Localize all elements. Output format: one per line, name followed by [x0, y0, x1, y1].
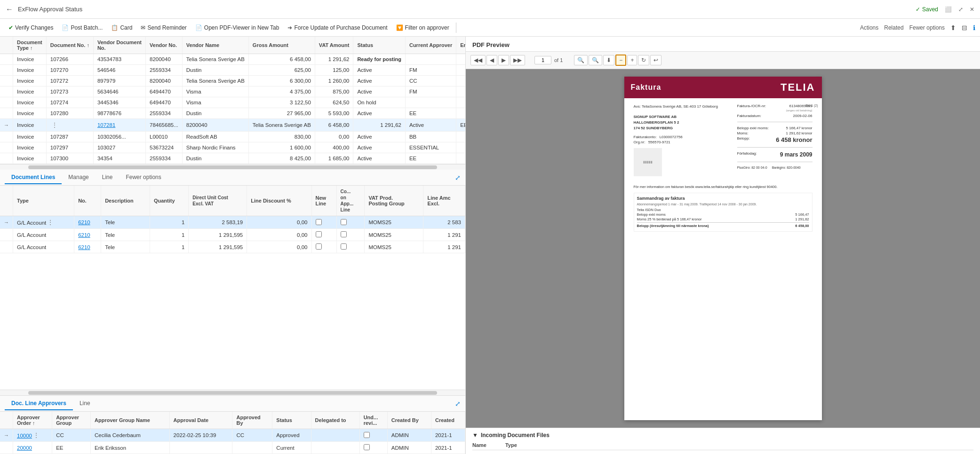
pdf-undo-btn[interactable]: ↩ [650, 55, 661, 65]
info-icon[interactable]: ℹ [973, 24, 975, 31]
col-lines-vatgroup[interactable]: VAT Prod.Posting Group [365, 186, 423, 216]
fewer-options-button[interactable]: Fewer options [909, 24, 945, 31]
expand-icon[interactable]: ⤢ [958, 6, 963, 13]
col-header-doctype-label[interactable]: DocumentType ↑ [13, 37, 47, 54]
app-und[interactable] [359, 429, 387, 442]
line-no-link[interactable]: 6210 [78, 219, 90, 225]
pdf-zoom-in-btn[interactable]: + [627, 55, 637, 65]
open-pdf-button[interactable]: 📄 Open PDF-Viewer in New Tab [191, 23, 283, 33]
invoice-doc-link[interactable]: 107281 [97, 122, 115, 128]
col-app-createdby[interactable]: Created By [387, 412, 431, 429]
col-lines-no[interactable]: No. [74, 186, 101, 216]
doc-lines-expand-icon[interactable]: ⤢ [455, 174, 461, 181]
pdf-page-input[interactable] [534, 56, 551, 64]
app-und-check[interactable] [364, 432, 370, 438]
col-header-docno[interactable]: Document No. ↑ [46, 37, 93, 54]
pdf-last-btn[interactable]: ▶▶ [510, 55, 525, 65]
line-co[interactable] [336, 216, 365, 229]
tab-doc-line-approvers[interactable]: Doc. Line Approvers [5, 397, 73, 410]
tab-line[interactable]: Line [96, 171, 120, 184]
col-app-status[interactable]: Status [272, 412, 311, 429]
col-lines-co[interactable]: Co...onApp...Line [336, 186, 365, 216]
invoice-approver: FM [405, 86, 456, 97]
line-newline-check[interactable] [316, 243, 322, 250]
line-newline[interactable] [311, 241, 336, 253]
pdf-first-btn[interactable]: ◀◀ [470, 55, 486, 65]
line-newline-check[interactable] [316, 231, 322, 237]
col-header-approver[interactable]: Current Approver [405, 37, 456, 54]
app-order-link[interactable]: 20000 [17, 445, 32, 451]
tab-document-lines[interactable]: Document Lines [5, 171, 62, 184]
invoice-vat: 400,00 [315, 142, 353, 153]
pdf-zoom-out-btn[interactable]: − [615, 55, 626, 66]
tab-approvers-line[interactable]: Line [73, 397, 97, 410]
window-icon[interactable]: ✕ [970, 6, 974, 13]
post-batch-button[interactable]: 📄 Post Batch... [58, 23, 106, 33]
col-app-date[interactable]: Approval Date [169, 412, 232, 429]
pdf-search2-btn[interactable]: 🔍 [589, 55, 602, 65]
verify-changes-button[interactable]: ✔ Verify Changes [5, 23, 57, 33]
col-lines-desc[interactable]: Description [101, 186, 150, 216]
line-newline-check[interactable] [316, 219, 322, 225]
line-co-check[interactable] [341, 231, 347, 237]
col-header-vat[interactable]: VAT Amount [315, 37, 353, 54]
approvers-expand-icon[interactable]: ⤢ [455, 400, 461, 407]
incoming-docs-section[interactable]: ▼ Incoming Document Files [466, 428, 980, 442]
col-app-order[interactable]: ApproverOrder ↑ [13, 412, 52, 429]
line-co-check[interactable] [341, 219, 347, 225]
col-lines-type[interactable]: Type [13, 186, 74, 216]
app-created: 2021-1 [431, 442, 465, 454]
pdf-download-btn[interactable]: ⬇ [603, 55, 614, 65]
col-lines-newline[interactable]: NewLine [311, 186, 336, 216]
app-und[interactable] [359, 442, 387, 454]
col-header-vendorname[interactable]: Vendor Name [182, 37, 248, 54]
app-dot-menu[interactable]: ⋮ [32, 431, 40, 439]
related-button[interactable]: Related [884, 24, 903, 31]
main-table-hscroll[interactable] [0, 164, 465, 170]
line-no-link[interactable]: 6210 [78, 232, 90, 238]
col-header-error[interactable]: Error Mess [456, 37, 465, 54]
col-header-vendorno[interactable]: Vendor No. [146, 37, 183, 54]
line-newline[interactable] [311, 229, 336, 241]
app-und-check[interactable] [364, 444, 370, 450]
line-newline[interactable] [311, 216, 336, 229]
pdf-search-btn[interactable]: 🔍 [574, 55, 588, 65]
col-app-created[interactable]: Created [431, 412, 465, 429]
col-app-und[interactable]: Und...revi... [359, 412, 387, 429]
invoice-doc-no: 107273 [46, 86, 93, 97]
tablet-icon[interactable]: ⬜ [945, 6, 952, 13]
tab-manage[interactable]: Manage [62, 171, 95, 184]
col-header-status[interactable]: Status [353, 37, 406, 54]
line-dot-menu[interactable]: ⋮ [46, 219, 55, 226]
filter-approver-button[interactable]: 🔽 Filter on approver [392, 23, 453, 33]
app-order-link[interactable]: 10000 [17, 433, 32, 438]
force-update-button[interactable]: ➜ Force Update of Purchase Document [284, 23, 391, 33]
line-no-link[interactable]: 6210 [78, 244, 90, 250]
col-app-delegated[interactable]: Delegated to [311, 412, 359, 429]
line-co[interactable] [336, 241, 365, 253]
pdf-next-btn[interactable]: ▶ [498, 55, 509, 65]
col-lines-lineamt[interactable]: Line AmcExcl. [423, 186, 465, 216]
row-dot-menu-cell[interactable]: ⋮ [46, 119, 93, 132]
back-button[interactable]: ← [6, 5, 13, 14]
card-button[interactable]: 📋 Card [107, 23, 136, 33]
col-app-approvedby[interactable]: ApprovedBy [232, 412, 272, 429]
col-header-gross[interactable]: Gross Amount [248, 37, 315, 54]
filter-toolbar-icon[interactable]: ⊟ [962, 24, 967, 31]
line-co-check[interactable] [341, 243, 347, 250]
col-lines-qty[interactable]: Quantity [150, 186, 188, 216]
col-lines-unitcost[interactable]: Direct Unit CostExcl. VAT [189, 186, 247, 216]
line-co[interactable] [336, 229, 365, 241]
actions-button[interactable]: Actions [860, 24, 878, 31]
row-dot-menu[interactable]: ⋮ [50, 121, 59, 129]
col-app-group[interactable]: ApproverGroup [52, 412, 91, 429]
tab-fewer-options[interactable]: Fewer options [119, 171, 167, 184]
pdf-prev-btn[interactable]: ◀ [486, 55, 497, 65]
send-reminder-button[interactable]: ✉ Send Reminder [137, 23, 190, 33]
lines-table-hscroll[interactable] [0, 390, 465, 395]
col-app-groupname[interactable]: Approver Group Name [91, 412, 170, 429]
col-lines-discount[interactable]: Line Discount % [247, 186, 311, 216]
share-icon[interactable]: ⬆ [950, 24, 956, 31]
pdf-refresh-btn[interactable]: ↻ [638, 55, 649, 65]
col-header-vendordoc[interactable]: Vendor DocumentNo. [93, 37, 145, 54]
